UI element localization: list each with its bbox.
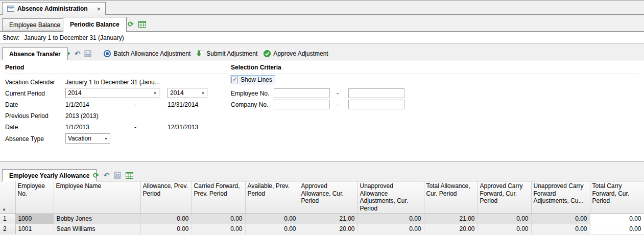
undo-icon[interactable]: ↶: [75, 50, 81, 57]
transfer-toolbar: ⟳ ↶ Batch Allowance Adjustment Submit Ad…: [64, 49, 329, 59]
batch-allowance-adjustment-button[interactable]: Batch Allowance Adjustment: [103, 50, 192, 57]
refresh-icon[interactable]: ⟳: [128, 20, 134, 28]
column-header-carried-forward-prev[interactable]: Carried Forward, Prev. Period: [192, 181, 245, 214]
row-indicator[interactable]: 2: [0, 224, 15, 234]
current-period-year-value: 2014: [66, 89, 151, 97]
cell-available-prev[interactable]: 0.00: [245, 224, 299, 234]
check-icon: ✓: [232, 76, 237, 83]
close-icon[interactable]: ×: [97, 5, 101, 13]
employee-no-from-input[interactable]: [274, 88, 330, 98]
row-indicator-header[interactable]: ▲: [0, 181, 15, 214]
cell-approved-carry-forward[interactable]: 0.00: [478, 224, 531, 234]
period-heading: Period: [5, 64, 228, 74]
allowance-grid: ▲ Employee No. Employee Name Allowance, …: [0, 181, 644, 235]
current-period-label: Current Period: [5, 90, 45, 97]
absence-type-select[interactable]: Vacation ▼: [65, 133, 110, 144]
save-icon[interactable]: [84, 50, 91, 57]
cell-unapproved-carry-forward-adj[interactable]: 0.00: [531, 214, 590, 224]
cell-employee-name[interactable]: Sean Williams: [54, 224, 140, 234]
cell-total-allowance-cur[interactable]: 20.00: [424, 224, 478, 234]
cell-employee-name[interactable]: Bobby Jones: [54, 214, 140, 224]
column-header-total-carry-forward[interactable]: Total Carry Forward, Cur. Period: [590, 181, 644, 214]
table-row[interactable]: 1 1000 Bobby Jones 0.00 0.00 0.00 21.00 …: [0, 214, 644, 224]
employee-no-to-input[interactable]: [348, 88, 404, 98]
show-lines-label: Show Lines: [241, 76, 272, 83]
cell-employee-no[interactable]: 1000: [15, 214, 54, 224]
balance-toolbar: ⟳: [128, 20, 146, 28]
submit-adjustment-button[interactable]: Submit Adjustment: [196, 50, 258, 57]
document-tab-absence-administration[interactable]: Absence Administration ×: [2, 2, 106, 15]
column-header-unapproved-allowance-adj[interactable]: Unapproved Allowance Adjustments, Cur. P…: [357, 181, 424, 214]
save-icon[interactable]: [114, 172, 121, 179]
submit-arrow-icon: [197, 50, 204, 57]
cell-approved-allowance-cur[interactable]: 20.00: [299, 224, 357, 234]
cell-approved-carry-forward[interactable]: 0.00: [478, 214, 531, 224]
column-header-employee-no[interactable]: Employee No.: [15, 181, 54, 214]
cell-approved-allowance-cur[interactable]: 21.00: [299, 214, 357, 224]
previous-date-to: 12/31/2013: [168, 124, 198, 131]
current-period-subperiod-value: 2014: [168, 89, 199, 97]
allowance-toolbar: ⟳ ↶: [93, 172, 133, 179]
tab-employee-balance[interactable]: Employee Balance: [2, 18, 67, 31]
cell-total-carry-forward[interactable]: 0.00: [590, 214, 644, 224]
column-header-unapproved-carry-forward-adj[interactable]: Unapproved Carry Forward Adjustments, Cu…: [531, 181, 590, 214]
tab-periodic-balance[interactable]: Periodic Balance: [63, 17, 127, 32]
current-date-label: Date: [5, 101, 18, 108]
current-period-year-select[interactable]: 2014 ▼: [65, 88, 159, 98]
column-header-approved-allowance-cur[interactable]: Approved Allowance, Cur. Period: [299, 181, 357, 214]
column-header-employee-name[interactable]: Employee Name: [54, 181, 140, 214]
show-value[interactable]: January 1 to December 31 (January): [24, 34, 124, 41]
vacation-calendar-value: January 1 to December 31 (Janu...: [65, 79, 160, 86]
company-no-from-input[interactable]: [274, 100, 330, 109]
sort-ascending-icon: ▲: [2, 207, 6, 212]
chevron-down-icon: ▼: [199, 91, 207, 95]
chevron-down-icon: ▼: [102, 137, 110, 140]
tab-employee-balance-label: Employee Balance: [9, 21, 60, 29]
cell-unapproved-carry-forward-adj[interactable]: 0.00: [531, 224, 590, 234]
current-period-subperiod-select[interactable]: 2014 ▼: [168, 88, 207, 98]
cell-carried-forward-prev[interactable]: 0.00: [192, 214, 245, 224]
employee-no-label: Employee No.: [231, 90, 269, 97]
column-header-approved-carry-forward[interactable]: Approved Carry Forward, Cur. Period: [478, 181, 531, 214]
cell-carried-forward-prev[interactable]: 0.00: [192, 224, 245, 234]
cell-available-prev[interactable]: 0.00: [245, 214, 299, 224]
cell-unapproved-allowance-adj[interactable]: 0.00: [357, 214, 424, 224]
balance-tab-bar: Employee Balance Periodic Balance ⟳: [0, 15, 644, 32]
cell-total-carry-forward[interactable]: 0.00: [590, 224, 644, 234]
range-separator: -: [134, 101, 136, 108]
table-view-icon[interactable]: [126, 172, 133, 179]
range-separator: -: [337, 90, 339, 97]
table-row[interactable]: 2 1001 Sean Williams 0.00 0.00 0.00 20.0…: [0, 224, 644, 234]
show-lines-checkbox[interactable]: ✓ Show Lines: [230, 75, 275, 84]
approve-adjustment-button[interactable]: Approve Adjustment: [263, 50, 329, 57]
show-filter-bar: Show: January 1 to December 31 (January): [0, 32, 644, 44]
column-header-available-prev[interactable]: Available, Prev. Period: [245, 181, 299, 214]
form-icon: [7, 5, 14, 12]
column-header-total-allowance-cur[interactable]: Total Allowance, Cur. Period: [424, 181, 478, 214]
previous-period-value: 2013 (2013): [65, 112, 99, 120]
row-indicator[interactable]: 1: [0, 214, 15, 224]
checkbox-icon: ✓: [231, 77, 238, 83]
tab-employee-yearly-allowance[interactable]: Employee Yearly Allowance: [2, 169, 97, 181]
cell-total-allowance-cur[interactable]: 21.00: [424, 214, 478, 224]
tab-absence-transfer-label: Absence Transfer: [9, 51, 61, 58]
chevron-down-icon: ▼: [151, 91, 159, 95]
show-label: Show:: [3, 34, 19, 41]
cell-unapproved-allowance-adj[interactable]: 0.00: [357, 224, 424, 234]
grid-header-row: ▲ Employee No. Employee Name Allowance, …: [0, 181, 644, 214]
batch-adjustment-icon: [104, 50, 111, 57]
submit-adjustment-label: Submit Adjustment: [206, 50, 257, 57]
previous-period-label: Previous Period: [5, 112, 49, 120]
cell-allowance-prev[interactable]: 0.00: [140, 224, 192, 234]
cell-allowance-prev[interactable]: 0.00: [140, 214, 192, 224]
current-date-to: 12/31/2014: [168, 101, 198, 108]
tab-absence-transfer[interactable]: Absence Transfer: [2, 48, 68, 60]
refresh-icon[interactable]: ⟳: [93, 172, 99, 179]
table-view-icon[interactable]: [138, 21, 146, 28]
company-no-to-input[interactable]: [348, 100, 404, 109]
undo-icon[interactable]: ↶: [104, 172, 110, 179]
cell-employee-no[interactable]: 1001: [15, 224, 54, 234]
column-header-allowance-prev[interactable]: Allowance, Prev. Period: [140, 181, 192, 214]
batch-allowance-adjustment-label: Batch Allowance Adjustment: [113, 50, 190, 57]
vacation-calendar-label: Vacation Calendar: [5, 79, 55, 86]
